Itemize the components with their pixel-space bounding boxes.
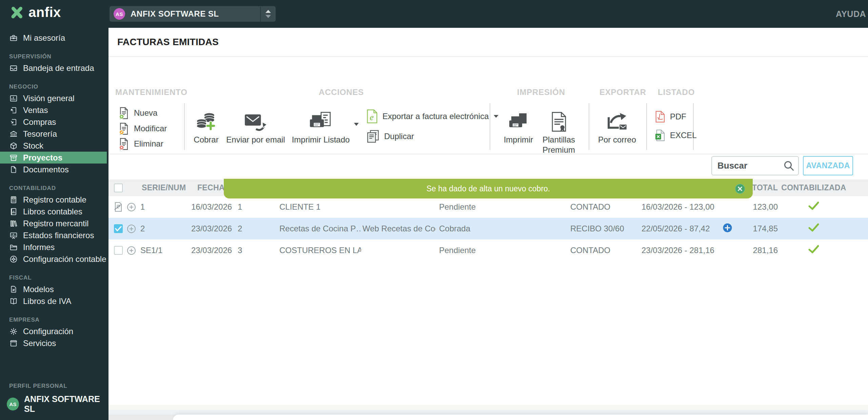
sidebar-item-registro-mercantil[interactable]: Registro mercantil [0, 217, 108, 229]
ribbon-divider [589, 103, 589, 150]
company-selector[interactable]: AS ANFIX SOFTWARE SL [110, 6, 276, 22]
sidebar-item-compras[interactable]: Compras [0, 116, 108, 128]
cell-forma-pago: CONTADO [566, 246, 637, 255]
store-icon [9, 339, 18, 348]
cell-estado: Pendiente [436, 202, 566, 212]
sidebar-section-empresa: EMPRESA [0, 315, 108, 323]
sidebar-item-proyectos[interactable]: Proyectos [0, 152, 107, 164]
bottom-band [108, 410, 868, 415]
eliminar-button[interactable]: Eliminar [119, 136, 163, 152]
sidebar-item-libros-de-iva[interactable]: Libros de IVA [0, 295, 108, 307]
duplicate-icon [367, 130, 379, 143]
purchases-icon [9, 118, 18, 127]
sidebar-item-servicios[interactable]: Servicios [0, 337, 108, 349]
contabilizada-check-icon [808, 202, 819, 212]
ribbon-group-exportar: EXPORTAR [599, 88, 646, 97]
sidebar-item-informes[interactable]: Informes [0, 241, 108, 253]
search-input[interactable] [712, 157, 783, 175]
contabilizada-check-icon [808, 245, 819, 256]
cell-num: 1 [236, 202, 278, 212]
anfix-x-icon [9, 5, 24, 20]
sidebar-item-vision-general[interactable]: Visión general [0, 92, 108, 104]
duplicar-button[interactable]: Duplicar [367, 129, 414, 144]
expand-row-icon[interactable] [127, 224, 136, 233]
document-add-icon [119, 107, 129, 119]
plantillas-premium-button[interactable]: Plantillas Premium [533, 101, 584, 155]
column-header-contabilizada[interactable]: CONTABILIZADA [781, 183, 846, 192]
sidebar-item-configuracion[interactable]: Configuración [0, 325, 108, 337]
nueva-button[interactable]: Nueva [119, 105, 157, 121]
column-header-serie-num[interactable]: SERIE/NUM [139, 183, 190, 192]
cell-vencimiento: 22/05/2026 - 87,42 [637, 224, 719, 233]
ribbon-group-mantenimiento: MANTENIMIENTO [115, 88, 188, 97]
magnifier-icon[interactable] [783, 160, 795, 172]
cell-fecha: 16/03/2026 [190, 202, 236, 212]
profile-name: ANFIX SOFTWARE SL [24, 394, 108, 414]
close-icon[interactable] [735, 184, 745, 194]
cell-estado: Pendiente [436, 246, 566, 255]
sidebar-item-modelos[interactable]: Modelos [0, 283, 108, 295]
table-row[interactable]: 1 16/03/2026 1 CLIENTE 1 Pendiente CONTA… [108, 196, 868, 218]
folder-icon [9, 243, 18, 252]
cell-fecha: 23/03/2026 [190, 246, 236, 255]
sidebar-item-mi-asesoria[interactable]: Mi asesoría [0, 32, 108, 44]
row-checkbox[interactable] [114, 224, 123, 233]
table-row[interactable]: 2 23/03/2026 2 Recetas de Cocina P… Web … [108, 218, 868, 240]
enviar-por-email-button[interactable]: Enviar por email [218, 101, 293, 145]
sidebar-item-ventas[interactable]: Ventas [0, 104, 108, 116]
imprimir-listado-button[interactable]: Imprimir Listado [283, 101, 358, 145]
table-row[interactable]: SE1/1 23/03/2026 3 COSTUREROS EN LA… Pen… [108, 240, 868, 261]
sidebar-item-tesoreria[interactable]: Tesorería [0, 128, 108, 140]
imprimir-listado-dropdown-icon[interactable] [354, 123, 359, 126]
cell-proyecto: Web Recetas de Coci… [361, 224, 436, 233]
cell-fecha: 23/03/2026 [190, 224, 236, 233]
search-box [711, 156, 799, 175]
ribbon-group-impresion: IMPRESIÓN [517, 88, 565, 97]
page-header: FACTURAS EMITIDAS [108, 28, 868, 57]
pdf-button[interactable]: PDF [655, 109, 686, 125]
exportar-factura-electronica-button[interactable]: e Exportar a factura electrónica [367, 109, 498, 124]
ribbon-divider [646, 103, 647, 150]
e-invoice-icon: e [367, 109, 378, 123]
sidebar-item-documentos[interactable]: Documentos [0, 164, 108, 175]
avanzada-button[interactable]: AVANZADA [803, 156, 853, 175]
email-send-icon [218, 101, 293, 132]
sidebar-item-libros-contables[interactable]: Libros contables [0, 206, 108, 217]
cell-forma-pago: CONTADO [566, 202, 637, 212]
anfix-logo[interactable]: anfix [9, 5, 61, 20]
doc-edit-indicator-icon [114, 202, 123, 212]
bank-icon [9, 130, 18, 138]
up-down-spinner-icon[interactable] [260, 6, 276, 22]
inbox-icon [9, 64, 18, 73]
sidebar-item-bandeja-de-entrada[interactable]: Bandeja de entrada [0, 62, 108, 74]
expand-row-icon[interactable] [127, 203, 136, 212]
sidebar-item-registro-contable[interactable]: Registro contable [0, 194, 108, 206]
premium-template-icon [533, 101, 584, 132]
expand-row-icon[interactable] [127, 246, 136, 255]
sidebar-item-configuracion-contable[interactable]: Configuración contable [0, 253, 108, 265]
gear-icon [9, 327, 18, 336]
ribbon-toolbar: MANTENIMIENTO ACCIONES IMPRESIÓN EXPORTA… [108, 58, 868, 154]
help-link[interactable]: AYUDA [836, 9, 866, 19]
cell-vencimiento: 23/03/2026 - 281,16 [637, 246, 719, 255]
sidebar-item-estados-financieros[interactable]: Estados financieros [0, 229, 108, 241]
profile-entry[interactable]: AS ANFIX SOFTWARE SL [0, 394, 108, 414]
sidebar: Mi asesoría SUPERVISIÓN Bandeja de entra… [0, 28, 108, 420]
modificar-button[interactable]: Modificar [119, 121, 167, 136]
sidebar-item-stock[interactable]: Stock [0, 140, 108, 152]
cell-serie: 2 [139, 224, 190, 233]
cell-forma-pago: RECIBO 30/60 [566, 224, 637, 233]
archive-box-icon [9, 153, 18, 162]
contabilizada-check-icon [808, 223, 819, 234]
calculator-icon [9, 195, 18, 204]
svg-text:e: e [370, 112, 374, 122]
select-all-checkbox[interactable] [114, 184, 123, 192]
cube-icon [9, 141, 18, 150]
cell-serie: SE1/1 [139, 246, 190, 255]
add-payment-badge-icon[interactable] [723, 223, 732, 235]
excel-button[interactable]: EXCEL [655, 128, 697, 143]
por-correo-button[interactable]: Por correo [590, 101, 644, 145]
main-content: FACTURAS EMITIDAS MANTENIMIENTO ACCIONES… [108, 28, 868, 420]
company-name: ANFIX SOFTWARE SL [131, 9, 219, 19]
row-checkbox[interactable] [114, 246, 123, 255]
